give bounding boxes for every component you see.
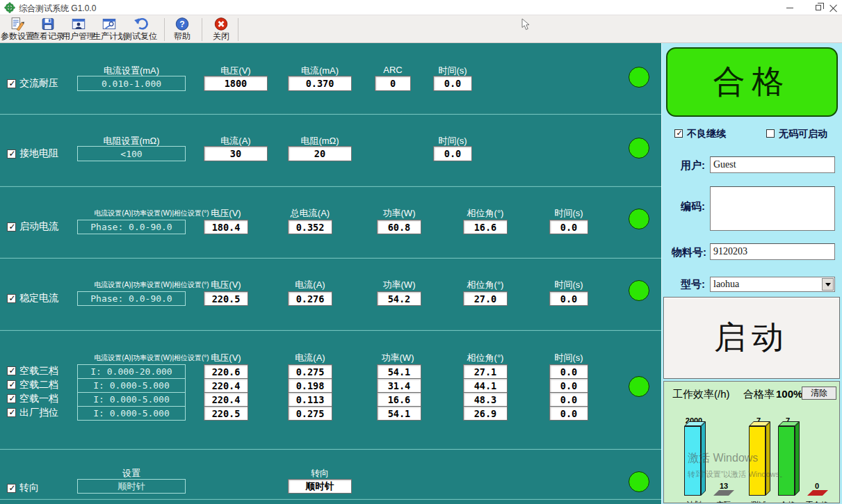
value-box: 31.4 <box>377 378 421 393</box>
value-box: 54.1 <box>377 406 421 421</box>
value-box: 220.5 <box>204 291 248 306</box>
value-box: 26.9 <box>463 406 508 421</box>
test-enable-checkbox[interactable] <box>7 408 16 417</box>
result-banner: 合格 <box>666 47 838 117</box>
test-label: 出厂挡位 <box>19 407 58 419</box>
dropdown-button[interactable] <box>822 278 834 291</box>
chart-bar-fail <box>807 490 828 496</box>
user-management-icon <box>70 17 87 31</box>
test-label: 启动电流 <box>19 220 58 233</box>
efficiency-title: 工作效率(/h) <box>672 388 730 401</box>
user-label: 用户: <box>662 159 705 172</box>
test-enable-checkbox[interactable] <box>7 484 16 493</box>
section-divider <box>0 257 661 259</box>
value-box: 0.113 <box>288 392 332 407</box>
column-header: 电压(V) <box>211 352 241 364</box>
windows-activation-watermark: 激活 Windows <box>688 451 758 466</box>
value-box: 0.275 <box>288 406 332 421</box>
toolbar-button-records[interactable]: 查看记录 <box>33 17 63 42</box>
start-button[interactable]: 启动 <box>663 297 840 379</box>
value-box: 0.276 <box>288 291 332 306</box>
value-box: 20 <box>288 146 352 161</box>
column-header: 电流(A) <box>295 352 325 364</box>
column-header: 功率(W) <box>383 207 416 220</box>
toolbar-button-params[interactable]: 参数设置 <box>1 17 33 42</box>
column-header: 时间(s) <box>554 279 583 291</box>
value-box: 0.0 <box>549 291 588 306</box>
toolbar-separator <box>238 18 238 41</box>
model-dropdown[interactable]: laohua <box>710 277 835 292</box>
value-box: 0.275 <box>288 364 332 379</box>
setting-box: I: 0.000-5.000 <box>77 406 186 421</box>
pass-rate-value: 100% <box>776 388 802 400</box>
toolbar-button-label: 关闭 <box>213 31 229 42</box>
test-reset-icon <box>132 17 149 31</box>
toolbar-button-close[interactable]: 关闭 <box>207 17 235 42</box>
model-dropdown-value: laohua <box>713 279 739 290</box>
chart-bar-pass <box>778 426 795 496</box>
test-enable-checkbox[interactable] <box>7 366 16 375</box>
setting-box: 0.010-1.000 <box>77 76 186 91</box>
close-button[interactable] <box>825 0 842 15</box>
column-header: 电压(V) <box>211 207 241 220</box>
status-light <box>629 280 649 301</box>
view-records-icon <box>40 17 56 31</box>
test-label: 稳定电流 <box>19 292 58 304</box>
column-header: 时间(s) <box>554 207 583 220</box>
minimize-icon <box>786 8 793 8</box>
column-header: 功率(W) <box>383 279 416 291</box>
value-box: 27.1 <box>463 364 508 379</box>
mouse-cursor <box>521 18 530 31</box>
toolbar-separator <box>202 18 202 41</box>
status-light <box>629 138 649 158</box>
status-light <box>629 471 649 492</box>
test-enable-checkbox[interactable] <box>7 294 16 303</box>
toolbar-button-label: 用户管理 <box>62 31 95 42</box>
toolbar-button-reset[interactable]: 测试复位 <box>124 17 157 42</box>
value-box: 0.0 <box>433 146 472 161</box>
clear-button[interactable]: 清除 <box>802 387 836 400</box>
test-enable-checkbox[interactable] <box>7 149 16 158</box>
continue-on-fail-checkbox[interactable] <box>674 129 683 138</box>
bar-face <box>766 421 770 496</box>
value-box: 220.4 <box>204 378 248 393</box>
test-enable-checkbox[interactable] <box>7 380 16 389</box>
setting-box: I: 0.000-20.000 <box>77 364 186 379</box>
status-light <box>629 376 649 397</box>
column-header: 电流设置(A)|功率设置(W)|相位设置(°) <box>94 209 209 218</box>
test-enable-checkbox[interactable] <box>7 222 16 231</box>
setting-box: Phase: 0.0-90.0 <box>77 220 186 234</box>
test-enable-checkbox[interactable] <box>7 79 16 88</box>
value-box: 0.0 <box>433 76 472 91</box>
code-field[interactable] <box>710 186 835 231</box>
value-box: 0.370 <box>288 76 352 91</box>
column-header: ARC <box>383 65 402 75</box>
chart-bar-actual <box>713 490 734 496</box>
test-enable-checkbox[interactable] <box>7 394 16 403</box>
user-field[interactable]: Guest <box>710 156 835 173</box>
start-without-code-checkbox[interactable] <box>766 129 775 138</box>
bar-face <box>795 421 800 496</box>
value-box: 54.1 <box>377 364 421 379</box>
value-box: 54.2 <box>377 291 421 306</box>
control-panel: 合格 不良继续 无码可启动 用户: Guest 编码: 物料号: 9120203… <box>661 43 842 504</box>
pass-rate-label: 合格率 <box>743 388 775 401</box>
test-panel: 电流设置(mA) 电压(V) 电流(mA) ARC 时间(s) 交流耐压 0.0… <box>0 43 661 504</box>
material-field[interactable]: 9120203 <box>710 243 835 260</box>
toolbar-button-help[interactable]: ? 帮助 <box>168 17 196 42</box>
value-box: 0.0 <box>549 406 588 421</box>
toolbar-button-plan[interactable]: 生产计划 <box>95 17 124 42</box>
bar-category-label: 不合格 <box>806 500 829 503</box>
minimize-button[interactable] <box>776 0 804 15</box>
toolbar-button-users[interactable]: 用户管理 <box>63 17 95 42</box>
titlebar: 综合测试系统 G1.0.0 <box>0 0 842 15</box>
app-window: 综合测试系统 G1.0.0 参数设置 查看记录 用户管理 生产计划 测试复位 ? <box>0 0 842 504</box>
setting-box: Phase: 0.0-90.0 <box>77 291 186 306</box>
chevron-down-icon <box>825 283 831 286</box>
value-box: 16.6 <box>463 220 508 234</box>
section-divider <box>0 186 661 187</box>
section-divider <box>0 330 661 331</box>
test-label: 空载一档 <box>19 393 58 405</box>
value-box: 220.6 <box>204 364 248 379</box>
value-box: 220.5 <box>204 406 248 421</box>
